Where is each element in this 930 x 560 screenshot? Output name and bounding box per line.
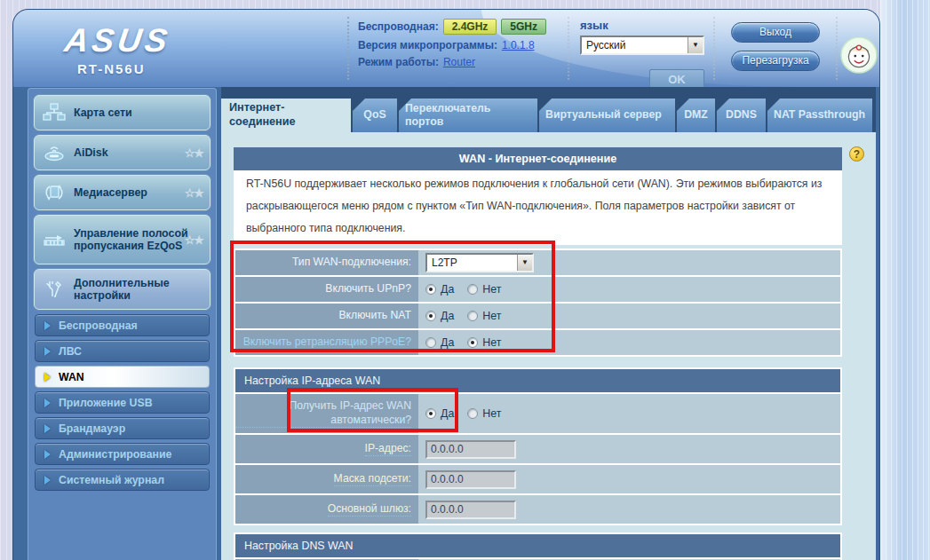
arrow-icon (44, 398, 51, 407)
media-server-icon (40, 183, 68, 202)
sidebar-item-label: AiDisk (74, 146, 108, 159)
language-ok-button[interactable]: OK (649, 69, 704, 87)
tab-virtual-server[interactable]: Виртуальный сервер (539, 99, 675, 132)
table-row: IP-адрес: (235, 435, 840, 463)
settings-panel: ? WAN - Интернет-соединение RT-N56U подд… (221, 132, 876, 560)
sidebar-subitem-label: Брандмауэр (59, 422, 125, 435)
nat-yes-radio[interactable] (425, 311, 436, 321)
nat-no-radio[interactable] (467, 311, 478, 321)
sidebar-item-label: Дополнительные настройки (74, 277, 204, 302)
gateway-label-link[interactable]: Основной шлюз: (328, 502, 411, 517)
table-row: Получить IP-адрес WAN автоматически? Да … (235, 394, 840, 433)
table-row: Включить ретрансляцию PPPoE? Да Нет (235, 330, 840, 355)
router-admin-window: ASUS RT-N56U Беспроводная: 2.4GHz 5GHz В… (12, 9, 880, 560)
feature-stars-icon: ☆★ (185, 186, 203, 200)
wan-dns-table: Настройка DNS WAN (234, 532, 842, 560)
sidebar-subitem-label: ЛВС (59, 345, 82, 358)
network-map-icon (40, 103, 68, 122)
aidisk-icon (40, 143, 68, 162)
asus-logo: ASUS (62, 22, 173, 59)
bandwidth-icon (40, 230, 68, 249)
sidebar-item-advanced-settings[interactable]: Дополнительные настройки (34, 269, 211, 310)
sidebar-item-aidisk[interactable]: AiDisk ☆★ (34, 135, 211, 170)
header: ASUS RT-N56U Беспроводная: 2.4GHz 5GHz В… (13, 10, 879, 87)
feature-stars-icon: ☆★ (185, 233, 203, 247)
gateway-field[interactable] (425, 501, 516, 519)
tab-ddns[interactable]: DDNS (717, 99, 766, 132)
arrow-icon (44, 450, 51, 459)
operation-mode-link[interactable]: Router (443, 56, 475, 68)
radio-label: Да (441, 336, 454, 349)
tab-dmz[interactable]: DMZ (677, 99, 715, 132)
device-info-block: Беспроводная: 2.4GHz 5GHz Версия микропр… (349, 10, 568, 87)
sidebar-item-lan[interactable]: ЛВС (35, 340, 210, 362)
firmware-label: Версия микропрограммы: (358, 39, 497, 51)
subnet-mask-field[interactable] (425, 470, 516, 489)
sidebar-subitem-label: Приложение USB (59, 397, 153, 409)
band-5ghz-badge[interactable]: 5GHz (501, 19, 546, 35)
sidebar-item-wireless[interactable]: Беспроводная (35, 314, 210, 336)
subnet-mask-label-link[interactable]: Маска подсети: (334, 472, 411, 487)
language-label: язык (580, 19, 704, 32)
ip-address-field[interactable] (425, 440, 516, 459)
sidebar-item-administration[interactable]: Администрирование (35, 443, 210, 465)
tab-internet-connection[interactable]: Интернет-соединение (221, 99, 351, 132)
brand-block: ASUS RT-N56U (13, 10, 347, 87)
wan-options-table: Тип WAN-подключения: L2TP ▼ Включить UPn… (234, 248, 842, 357)
content-area: Интернет-соединение QoS Переключатель по… (221, 87, 876, 560)
tab-qos[interactable]: QoS (353, 99, 397, 132)
logout-button[interactable]: Выход (731, 22, 820, 43)
band-24ghz-badge[interactable]: 2.4GHz (443, 19, 497, 35)
help-icon[interactable]: ? (849, 146, 864, 162)
radio-label: Да (441, 310, 454, 322)
radio-label: Нет (482, 283, 501, 296)
arrow-icon (44, 321, 51, 330)
auto-ip-label-link[interactable]: Получить IP-адрес WAN автоматически? (235, 399, 411, 429)
mascot-avatar-icon (840, 36, 878, 74)
sidebar-item-media-server[interactable]: Медиасервер ☆★ (34, 175, 211, 210)
table-row: Основной шлюз: (235, 495, 840, 524)
reboot-button[interactable]: Перезагрузка (731, 51, 820, 71)
tab-bar: Интернет-соединение QoS Переключатель по… (221, 87, 876, 132)
sidebar-item-wan[interactable]: WAN (35, 366, 210, 388)
sidebar-item-label: Медиасервер (74, 186, 147, 199)
radio-label: Нет (482, 336, 501, 349)
page-description: RT-N56U поддерживает несколько режимов п… (234, 170, 842, 245)
upnp-label: Включить UPnP? (325, 282, 411, 296)
pppoe-relay-yes-radio[interactable] (425, 337, 436, 348)
upnp-no-radio[interactable] (467, 284, 478, 295)
ip-address-label-link[interactable]: IP-адрес: (365, 442, 412, 457)
upnp-yes-radio[interactable] (425, 284, 436, 295)
sidebar-item-usb-application[interactable]: Приложение USB (35, 391, 210, 414)
section-title-wan-ip: Настройка IP-адреса WAN (235, 369, 840, 392)
sidebar: Карта сети AiDisk ☆★ Медиасервер ☆★ (28, 88, 217, 560)
nat-label: Включить NAT (338, 309, 411, 323)
sidebar-item-network-map[interactable]: Карта сети (34, 95, 211, 130)
auto-ip-yes-radio[interactable] (425, 408, 436, 419)
chevron-down-icon[interactable]: ▼ (688, 37, 703, 53)
radio-label: Нет (482, 310, 501, 322)
header-actions: Выход Перезагрузка (715, 10, 836, 87)
firmware-version-link[interactable]: 1.0.1.8 (502, 39, 535, 51)
pppoe-relay-label-link[interactable]: Включить ретрансляцию PPPoE? (243, 335, 411, 351)
chevron-down-icon[interactable]: ▼ (517, 255, 532, 271)
page-right-background (880, 0, 930, 560)
tab-port-trigger[interactable]: Переключатель портов (399, 99, 537, 132)
language-select[interactable]: Русский ▼ (580, 35, 704, 55)
sidebar-subitem-label: Администрирование (59, 448, 171, 461)
sidebar-item-system-log[interactable]: Системный журнал (35, 469, 210, 491)
sidebar-subitem-label: WAN (59, 371, 84, 383)
avatar-block (838, 10, 879, 87)
sidebar-item-ezqos[interactable]: Управление полосой пропускания EzQoS ☆★ (34, 215, 211, 264)
tab-nat-passthrough[interactable]: NAT Passthrough (767, 99, 872, 132)
table-row: Включить NAT Да Нет (235, 304, 840, 328)
radio-label: Да (441, 407, 454, 420)
pppoe-relay-no-radio[interactable] (467, 337, 478, 348)
wan-ip-table: Настройка IP-адреса WAN Получить IP-адре… (234, 367, 842, 525)
page-title: WAN - Интернет-соединение (234, 147, 842, 170)
sidebar-item-firewall[interactable]: Брандмауэр (35, 417, 210, 439)
table-row: Маска подсети: (235, 465, 840, 493)
auto-ip-no-radio[interactable] (467, 408, 478, 419)
table-row: Включить UPnP? Да Нет (235, 277, 840, 302)
wan-type-select[interactable]: L2TP ▼ (425, 253, 534, 272)
